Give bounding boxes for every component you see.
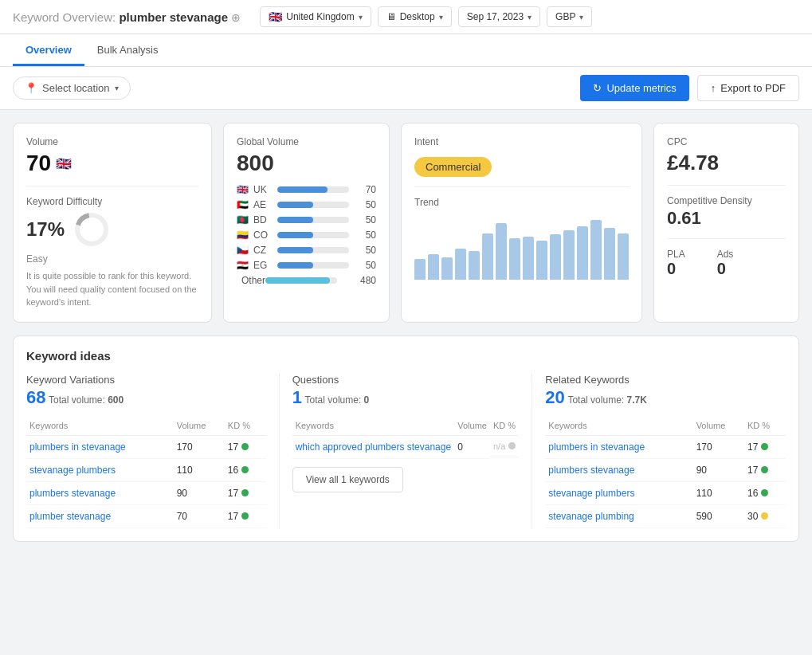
trend-bars xyxy=(414,216,629,280)
select-location-button[interactable]: 📍 Select location ▾ xyxy=(13,76,131,100)
kd-na: n/a xyxy=(493,441,505,451)
table-row: plumbers stevanage 90 17 xyxy=(545,459,786,482)
trend-bar xyxy=(577,226,588,280)
trend-bar xyxy=(618,233,629,280)
volume-bar-fill xyxy=(277,262,313,269)
keyword-link[interactable]: plumbers stevanage xyxy=(29,488,116,499)
kd-dot xyxy=(241,489,249,496)
related-meta: Related Keywords 20 Total volume: 7.7K xyxy=(545,374,786,408)
kd-value: 17% xyxy=(26,218,65,241)
table-row: plumbers in stevanage 170 17 xyxy=(26,435,266,459)
questions-table: Keywords Volume KD % which approved plum… xyxy=(292,416,520,459)
variations-total: Total volume: 600 xyxy=(49,394,124,406)
questions-total-label: Total volume: xyxy=(305,394,362,406)
country-flag: 🇬🇧 xyxy=(269,10,282,23)
add-keyword-icon[interactable]: ⊕ xyxy=(231,11,241,24)
country-code: AE xyxy=(253,199,273,210)
kd-row: 17% xyxy=(26,210,198,249)
questions-count: 1 xyxy=(292,387,302,407)
country-row: 🇨🇴 CO 50 xyxy=(237,229,376,241)
location-icon: 📍 xyxy=(25,82,37,94)
refresh-icon: ↻ xyxy=(593,82,602,94)
tab-bulk-analysis[interactable]: Bulk Analysis xyxy=(84,34,171,66)
questions-total-value: 0 xyxy=(364,394,370,406)
device-filter[interactable]: 🖥 Desktop ▾ xyxy=(378,6,452,27)
country-code: CZ xyxy=(253,245,273,256)
country-filter[interactable]: 🇬🇧 United Kingdom ▾ xyxy=(260,6,371,27)
keyword-kd: 30 xyxy=(744,505,786,528)
keyword-link[interactable]: plumbers in stevanage xyxy=(548,441,645,453)
device-chevron-icon: ▾ xyxy=(439,13,443,22)
cpc-value: £4.78 xyxy=(667,151,786,175)
country-volume: 70 xyxy=(354,184,376,195)
country-row: 🇦🇪 AE 50 xyxy=(237,199,376,210)
update-metrics-label: Update metrics xyxy=(606,82,676,94)
currency-chevron-icon: ▾ xyxy=(579,13,583,22)
country-row: 🇧🇩 BD 50 xyxy=(237,214,376,226)
table-row: stevanage plumbers 110 16 xyxy=(26,459,266,482)
country-flag-icon: 🇬🇧 xyxy=(237,184,249,195)
related-table: Keywords Volume KD % plumbers in stevana… xyxy=(545,416,786,529)
currency-filter[interactable]: GBP ▾ xyxy=(547,6,592,27)
trend-bar xyxy=(455,249,466,280)
keyword-link[interactable]: stevanage plumbing xyxy=(548,511,634,522)
volume-flag: 🇬🇧 xyxy=(56,156,72,171)
date-label: Sep 17, 2023 xyxy=(467,11,524,22)
table-row: plumber stevanage 70 17 xyxy=(26,505,266,528)
kd-dot xyxy=(241,443,249,450)
volume-label: Volume xyxy=(26,136,198,147)
update-metrics-button[interactable]: ↻ Update metrics xyxy=(580,75,688,101)
keyword-volume: 0 xyxy=(454,435,490,458)
trend-bar xyxy=(469,251,480,280)
keyword-link[interactable]: plumbers stevanage xyxy=(548,465,634,476)
kd-dot xyxy=(761,512,768,520)
device-icon: 🖥 xyxy=(386,11,396,22)
view-all-questions-button[interactable]: View all 1 keywords xyxy=(292,467,403,492)
questions-total: Total volume: 0 xyxy=(305,394,370,406)
keyword-link[interactable]: which approved plumbers stevanage xyxy=(296,441,451,453)
country-chevron-icon: ▾ xyxy=(359,13,363,22)
comp-density-value: 0.61 xyxy=(667,208,786,229)
keyword-link[interactable]: plumber stevanage xyxy=(29,511,111,522)
date-filter[interactable]: Sep 17, 2023 ▾ xyxy=(458,6,540,27)
volume-bar-bg xyxy=(265,277,337,284)
volume-bar-bg xyxy=(277,202,349,208)
intent-label: Intent xyxy=(414,136,629,147)
related-count: 20 xyxy=(545,387,564,407)
ads-value: 0 xyxy=(717,260,734,278)
export-pdf-button[interactable]: ↑ Export to PDF xyxy=(697,75,799,101)
keyword-volume: 590 xyxy=(693,505,744,528)
volume-value: 70 🇬🇧 xyxy=(26,151,198,176)
variations-col-keyword: Keywords xyxy=(26,416,174,436)
tabs-bar: Overview Bulk Analysis xyxy=(0,34,812,67)
variations-total-label: Total volume: xyxy=(49,394,105,406)
volume-bar-fill xyxy=(277,217,313,223)
volume-bar-fill xyxy=(277,232,313,238)
country-row: 🇨🇿 CZ 50 xyxy=(237,245,376,256)
intent-trend-card: Intent Commercial Trend xyxy=(401,123,642,323)
keyword-kd: 16 xyxy=(225,459,266,482)
metrics-row: Volume 70 🇬🇧 Keyword Difficulty 17% Easy… xyxy=(13,123,799,323)
keyword-kd: n/a xyxy=(490,436,519,457)
toolbar: 📍 Select location ▾ ↻ Update metrics ↑ E… xyxy=(0,67,812,110)
keyword-volume: 110 xyxy=(174,459,225,482)
keyword-kd: 17 xyxy=(744,436,786,459)
cpc-label: CPC xyxy=(667,136,786,147)
export-pdf-label: Export to PDF xyxy=(720,82,786,94)
keyword-link[interactable]: plumbers in stevanage xyxy=(29,441,126,453)
trend-bar xyxy=(428,254,439,280)
keyword-kd: 17 xyxy=(225,482,266,505)
kd-dot xyxy=(508,442,516,449)
questions-tbody: which approved plumbers stevanage 0 n/a xyxy=(292,435,520,458)
keyword-volume: 170 xyxy=(693,435,744,459)
tab-overview[interactable]: Overview xyxy=(13,34,84,66)
pla-value: 0 xyxy=(667,260,685,278)
keyword-link[interactable]: stevanage plumbers xyxy=(548,488,634,499)
volume-bar-bg xyxy=(277,262,349,269)
variations-col: Keyword Variations 68 Total volume: 600 … xyxy=(26,374,280,529)
related-col: Related Keywords 20 Total volume: 7.7K K… xyxy=(532,374,786,529)
global-volume-label: Global Volume xyxy=(237,136,376,147)
keyword-link[interactable]: stevanage plumbers xyxy=(29,465,116,476)
kd-dot xyxy=(241,466,249,473)
variations-col-volume: Volume xyxy=(174,416,225,436)
